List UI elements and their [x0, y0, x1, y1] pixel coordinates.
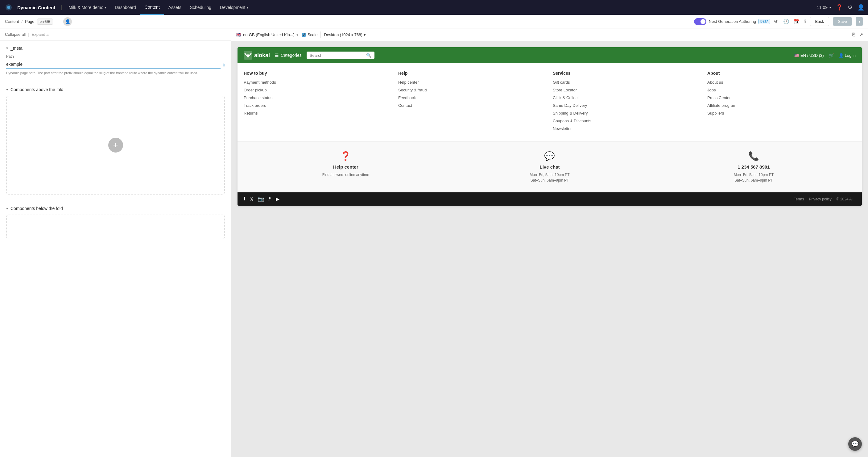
site-search-bar[interactable]: 🔍 — [307, 52, 374, 59]
below-fold-chevron-icon: ▾ — [6, 206, 8, 210]
login-icon: 👤 — [839, 53, 844, 58]
preview-locale-selector[interactable]: 🇬🇧 en-GB (English United Kin...) ▾ — [236, 32, 299, 37]
live-chat-card-text: Mon–Fri, 5am–10pm PTSat–Sun, 6am–9pm PT — [447, 172, 651, 183]
phone-number: 1 234 567 8901 — [652, 164, 856, 170]
user-profile-icon[interactable]: 👤 — [858, 4, 864, 11]
user-avatar[interactable]: 👤 — [63, 17, 72, 26]
nav-scheduling[interactable]: Scheduling — [186, 0, 216, 15]
project-selector[interactable]: Milk & More demo ▾ — [64, 0, 111, 15]
menu-item-returns[interactable]: Returns — [244, 111, 392, 115]
menu-item-contact[interactable]: Contact — [398, 103, 547, 108]
menu-item-order-pickup[interactable]: Order pickup — [244, 88, 392, 92]
site-categories-nav[interactable]: ☰ Categories — [275, 53, 302, 58]
scale-checkbox[interactable] — [302, 33, 306, 37]
add-component-button[interactable]: + — [108, 138, 123, 152]
copy-icon[interactable]: ⎘ — [852, 32, 855, 38]
menu-item-purchase-status[interactable]: Purchase status — [244, 95, 392, 100]
top-navigation: Dynamic Content Milk & More demo ▾ Dashb… — [0, 0, 868, 15]
authoring-toggle[interactable] — [694, 18, 706, 25]
flag-icon: 🇬🇧 — [236, 32, 241, 37]
back-button[interactable]: Back — [810, 17, 829, 26]
authoring-toggle-group: Next Generation Authoring BETA — [694, 18, 771, 25]
menu-item-affiliate[interactable]: Affiliate program — [707, 103, 856, 108]
preview-locale-label: en-GB (English United Kin...) — [243, 32, 294, 37]
preview-toolbar-divider — [320, 31, 321, 38]
menu-item-newsletter[interactable]: Newsletter — [553, 126, 701, 131]
external-link-icon[interactable]: ↗ — [859, 32, 863, 38]
project-dropdown-icon: ▾ — [104, 6, 106, 9]
authoring-label: Next Generation Authoring — [709, 19, 756, 24]
phone-hours: Mon–Fri, 5am–10pm PTSat–Sun, 6am–9pm PT — [652, 172, 856, 183]
eye-icon[interactable]: 👁 — [774, 19, 779, 24]
svg-point-3 — [247, 54, 249, 56]
menu-item-click-collect[interactable]: Click & Collect — [553, 95, 701, 100]
settings-icon[interactable]: ⚙ — [848, 4, 852, 11]
pinterest-icon[interactable]: 𝑃 — [268, 196, 272, 202]
privacy-policy-link[interactable]: Privacy policy — [809, 197, 831, 201]
facebook-icon[interactable]: f — [244, 196, 245, 202]
footer-card-help: ❓ Help center Find answers online anytim… — [244, 151, 447, 177]
instagram-icon[interactable]: 📷 — [258, 196, 264, 202]
meta-section-header[interactable]: ▾ _meta — [0, 41, 231, 54]
editor-toolbar: Collapse all | Expand all — [0, 28, 231, 41]
device-label: Desktop (1024 x 768) — [324, 32, 362, 37]
breadcrumb-page: Page — [25, 19, 34, 24]
menu-item-security-fraud[interactable]: Security & fraud — [398, 88, 547, 92]
menu-item-feedback[interactable]: Feedback — [398, 95, 547, 100]
site-locale-selector[interactable]: 🇺🇸 EN / USD ($) — [794, 53, 824, 58]
menu-item-about-us[interactable]: About us — [707, 80, 856, 85]
site-cart-icon[interactable]: 🛒 — [829, 53, 834, 58]
chat-bubble-button[interactable]: 💬 — [848, 437, 862, 451]
site-login-button[interactable]: 👤 Log in — [839, 53, 856, 58]
menu-item-jobs[interactable]: Jobs — [707, 88, 856, 92]
breadcrumb-content[interactable]: Content — [5, 19, 19, 24]
development-dropdown-icon: ▾ — [247, 6, 248, 9]
menu-col-help: Help Help center Security & fraud Feedba… — [398, 71, 547, 134]
main-layout: Collapse all | Expand all ▾ _meta Path ℹ… — [0, 28, 868, 457]
preview-content-area: alokai ☰ Categories 🔍 🇺🇸 EN / USD ($) — [231, 41, 868, 457]
help-title: Help — [398, 71, 547, 76]
menu-col-services: Services Gift cards Store Locator Click … — [553, 71, 701, 134]
menu-item-same-day[interactable]: Same Day Delivery — [553, 103, 701, 108]
locale-selector[interactable]: en-GB — [37, 19, 53, 25]
path-input[interactable] — [6, 60, 221, 68]
expand-all-button[interactable]: Expand all — [32, 32, 51, 37]
twitter-icon[interactable]: 𝕏 — [250, 196, 253, 202]
collapse-all-button[interactable]: Collapse all — [5, 32, 26, 37]
menu-item-suppliers[interactable]: Suppliers — [707, 111, 856, 115]
app-name: Dynamic Content — [17, 5, 62, 10]
below-fold-header[interactable]: ▾ Components below the fold — [0, 201, 231, 215]
menu-item-payment[interactable]: Payment methods — [244, 80, 392, 85]
above-fold-header[interactable]: ▾ Components above the fold — [0, 82, 231, 96]
path-info-icon[interactable]: ℹ — [223, 62, 225, 68]
below-fold-section: ▾ Components below the fold — [0, 201, 231, 246]
terms-link[interactable]: Terms — [794, 197, 804, 201]
breadcrumb-right-actions: Next Generation Authoring BETA 👁 🕐 📅 ℹ B… — [694, 17, 863, 26]
footer-card-chat: 💬 Live chat Mon–Fri, 5am–10pm PTSat–Sun,… — [447, 151, 651, 183]
menu-item-track-orders[interactable]: Track orders — [244, 103, 392, 108]
history-icon[interactable]: 🕐 — [783, 19, 789, 24]
device-selector[interactable]: Desktop (1024 x 768) ▾ — [324, 32, 366, 37]
menu-item-gift-cards[interactable]: Gift cards — [553, 80, 701, 85]
nav-assets[interactable]: Assets — [164, 0, 186, 15]
save-dropdown-button[interactable]: ▾ — [856, 17, 863, 26]
avatar-icon: 👤 — [65, 19, 70, 24]
menu-item-store-locator[interactable]: Store Locator — [553, 88, 701, 92]
scale-toggle[interactable]: Scale — [302, 32, 318, 37]
calendar-icon[interactable]: 📅 — [794, 19, 800, 24]
menu-item-help-center[interactable]: Help center — [398, 80, 547, 85]
youtube-icon[interactable]: ▶ — [276, 196, 279, 202]
save-button[interactable]: Save — [833, 17, 852, 26]
nav-content[interactable]: Content — [141, 0, 164, 15]
help-icon[interactable]: ❓ — [836, 4, 843, 11]
site-search-input[interactable] — [310, 53, 364, 58]
time-dropdown-icon: ▾ — [830, 6, 831, 9]
menu-item-coupons[interactable]: Coupons & Discounts — [553, 119, 701, 123]
info-icon[interactable]: ℹ — [804, 19, 806, 24]
menu-item-shipping[interactable]: Shipping & Delivery — [553, 111, 701, 115]
site-logo: alokai — [244, 51, 270, 60]
nav-development[interactable]: Development ▾ — [216, 0, 253, 15]
app-logo[interactable] — [4, 2, 13, 12]
menu-item-press-center[interactable]: Press Center — [707, 95, 856, 100]
nav-dashboard[interactable]: Dashboard — [111, 0, 141, 15]
